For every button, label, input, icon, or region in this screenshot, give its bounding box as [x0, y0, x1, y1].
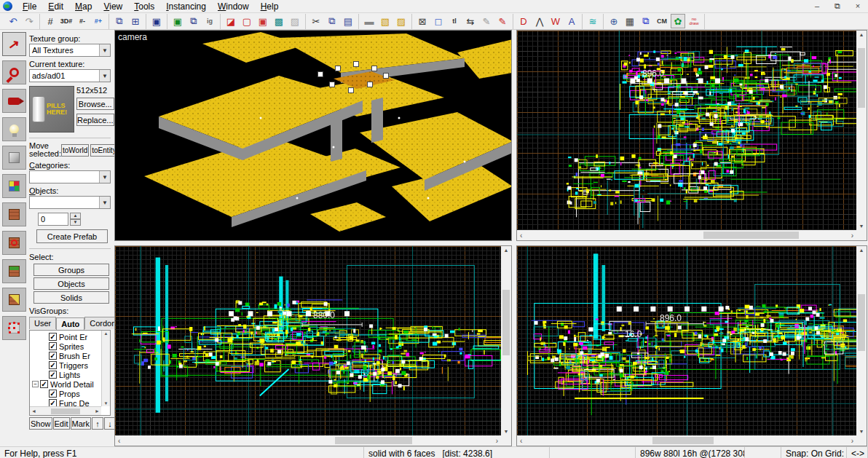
visgroup-checkbox[interactable]: ✓: [49, 333, 57, 341]
undo-button[interactable]: ↶: [6, 14, 20, 28]
vertical-scrollbar[interactable]: ▲▼: [501, 246, 511, 435]
toggle-group-select-button[interactable]: ▣: [170, 14, 185, 28]
select-objects-button[interactable]: Objects: [33, 277, 109, 290]
minimize-button[interactable]: –: [807, 0, 827, 12]
blue-blocks-button[interactable]: ⧉: [639, 14, 653, 28]
redo-button[interactable]: ↷: [22, 14, 36, 28]
status-snap[interactable]: Snap: On Grid: 64: [781, 447, 847, 458]
block-tool[interactable]: [2, 146, 26, 170]
chevron-down-icon[interactable]: ▼: [99, 44, 110, 56]
paste-button[interactable]: ▤: [341, 14, 355, 28]
select-solids-button[interactable]: Solids: [33, 291, 109, 304]
texture-block-button[interactable]: ▬: [362, 14, 376, 28]
vertical-scrollbar[interactable]: ▲▼: [856, 31, 867, 230]
visgroup-checkbox[interactable]: ✓: [49, 352, 57, 360]
hide-selected-button[interactable]: ▨: [288, 14, 302, 28]
fence-grid-button[interactable]: ▦: [623, 14, 637, 28]
visgroup-label[interactable]: Brush Er: [59, 352, 90, 360]
menu-instancing[interactable]: Instancing: [160, 1, 212, 12]
visgroup-label[interactable]: Lights: [59, 371, 80, 379]
visgroups-tab-user[interactable]: User: [29, 317, 56, 329]
texture-shift-button[interactable]: ⇆: [463, 14, 478, 28]
categories-select[interactable]: ▼: [29, 170, 111, 183]
spray-button[interactable]: ≋: [585, 14, 600, 28]
menu-help[interactable]: Help: [255, 1, 285, 12]
3d-scene[interactable]: [115, 31, 511, 240]
menu-file[interactable]: File: [17, 1, 42, 12]
vertex-tool[interactable]: [2, 316, 26, 340]
selection-handle[interactable]: [372, 66, 377, 71]
no-draw-button[interactable]: no draw: [687, 14, 701, 28]
2d-top-viewport[interactable]: 896.0 ▲▼ ‹›: [516, 30, 867, 241]
load-window-state-button[interactable]: ⧉: [112, 14, 127, 28]
apply-texture-tool[interactable]: [2, 202, 26, 226]
status-zoom[interactable]: <->: [847, 447, 868, 458]
horizontal-scrollbar[interactable]: ‹›: [517, 230, 856, 240]
horizontal-scrollbar[interactable]: ‹›: [115, 435, 501, 446]
visgroup-label[interactable]: Triggers: [59, 361, 88, 370]
texture-group-select[interactable]: All Textures ▼: [29, 44, 111, 57]
texture-scale-lock-button[interactable]: ▨: [394, 14, 409, 28]
visgroup-checkbox[interactable]: ✓: [49, 361, 57, 369]
chevron-down-icon[interactable]: ▼: [99, 197, 110, 208]
visgroup-label[interactable]: Point Er: [59, 333, 87, 341]
select-groups-button[interactable]: Groups: [33, 264, 109, 276]
flip-selected-button[interactable]: ✎: [495, 14, 510, 28]
chevron-down-icon[interactable]: ▼: [99, 70, 110, 82]
move-up-button[interactable]: ↑: [92, 417, 103, 430]
group-button[interactable]: ▣: [256, 14, 270, 28]
3d-viewport[interactable]: camera: [114, 30, 512, 241]
smaller-grid-button[interactable]: #-: [75, 14, 90, 28]
prefab-count-stepper[interactable]: ▲▼: [70, 213, 81, 226]
menu-edit[interactable]: Edit: [42, 1, 69, 12]
leaf-render-button[interactable]: ✿: [671, 14, 685, 28]
entity-tool[interactable]: [2, 117, 26, 141]
menu-window[interactable]: Window: [212, 1, 255, 12]
hollow-button[interactable]: ▢: [240, 14, 254, 28]
texture-lock-tl-button[interactable]: tl: [447, 14, 462, 28]
selection-handle[interactable]: [384, 74, 389, 79]
replace-button[interactable]: Replace...: [76, 114, 114, 126]
visgroup-checkbox[interactable]: ✓: [49, 371, 57, 379]
tree-expander-icon[interactable]: −: [32, 381, 39, 387]
restore-button[interactable]: ⧉: [827, 0, 848, 12]
clipping-tool[interactable]: [2, 288, 26, 312]
visgroup-checkbox[interactable]: ✓: [49, 399, 57, 406]
2d-side-canvas[interactable]: [517, 246, 856, 435]
edit-button[interactable]: Edit: [53, 417, 70, 430]
visgroup-label[interactable]: Func De: [59, 399, 90, 407]
cm-toggle-button[interactable]: CM: [655, 14, 669, 28]
map-tree-button[interactable]: ⋀: [532, 14, 547, 28]
selection-handle[interactable]: [336, 66, 341, 71]
menu-view[interactable]: View: [98, 1, 128, 12]
ignore-groups-button[interactable]: ig: [202, 14, 217, 28]
select-box-mode-button[interactable]: ⊠: [415, 14, 430, 28]
selection-handle[interactable]: [354, 62, 359, 67]
2d-side-viewport[interactable]: 896.0 16.0 ▲▼ ‹›: [516, 245, 867, 446]
cut-button[interactable]: ✂: [309, 14, 323, 28]
browse-button[interactable]: Browse...: [76, 98, 114, 110]
to-world-button[interactable]: toWorld: [61, 144, 89, 157]
texture-lock-button[interactable]: ▧: [378, 14, 392, 28]
menu-tools[interactable]: Tools: [128, 1, 160, 12]
objects-select[interactable]: ▼: [29, 196, 111, 209]
show-button[interactable]: Show: [29, 417, 52, 430]
entity-d-report-button[interactable]: D: [516, 14, 531, 28]
tree-horizontal-scrollbar[interactable]: ◄►: [30, 406, 101, 415]
close-button[interactable]: ×: [848, 0, 868, 12]
cordon-button[interactable]: ⊕: [607, 14, 621, 28]
ungroup-button[interactable]: ▩: [272, 14, 286, 28]
create-prefab-button[interactable]: Create Prefab: [36, 229, 108, 243]
menu-map[interactable]: Map: [69, 1, 98, 12]
carve-button[interactable]: ◪: [224, 14, 238, 28]
visgroup-checkbox[interactable]: ✓: [49, 342, 57, 350]
select-pointer-mode-button[interactable]: ◻: [431, 14, 446, 28]
visgroup-label[interactable]: Props: [59, 390, 80, 398]
copy-button[interactable]: ⧉: [325, 14, 339, 28]
toggle-3d-grid-button[interactable]: 3D#: [59, 14, 74, 28]
texture-preview[interactable]: PILLS HERE!: [29, 86, 74, 133]
visgroup-label[interactable]: World Detail: [50, 380, 94, 389]
texture-application-tool[interactable]: [2, 174, 26, 198]
larger-grid-button[interactable]: #+: [91, 14, 106, 28]
selection-handle[interactable]: [368, 82, 373, 87]
